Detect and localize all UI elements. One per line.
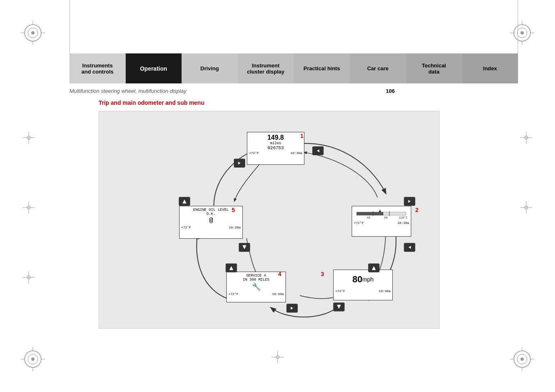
sw-button-s2-bottom bbox=[404, 243, 415, 252]
svg-point-10 bbox=[520, 31, 524, 35]
svg-point-2 bbox=[31, 31, 35, 35]
screen1-bottom: +72°F 10:30a bbox=[247, 150, 304, 156]
nav-item-instrument-cluster[interactable]: Instrumentcluster display bbox=[238, 53, 294, 83]
sw-button-s4-right bbox=[286, 304, 298, 313]
crosshair-left-2 bbox=[23, 201, 35, 214]
screen4-line1: SERVICE A bbox=[228, 274, 284, 278]
screen3-unit: mph bbox=[362, 276, 373, 283]
screen5-icon: 🛢 bbox=[181, 217, 241, 225]
nav-item-technical-data[interactable]: Technicaldata bbox=[406, 53, 462, 83]
nav-item-index[interactable]: Index bbox=[462, 53, 518, 83]
divider-right bbox=[518, 0, 518, 53]
page-number: 106 bbox=[386, 88, 395, 94]
svg-text:120°C: 120°C bbox=[399, 216, 408, 219]
screen-1: 149.8 miles 026753 +72°F 10:30a bbox=[247, 132, 304, 165]
sw-button-s3-top bbox=[368, 263, 380, 272]
crosshair-right-1 bbox=[520, 131, 532, 144]
screen1-top-val: 149.8 bbox=[247, 134, 304, 141]
crosshair-bottom-center bbox=[272, 351, 284, 363]
subtitle-text: Multifunction steering wheel, multifunct… bbox=[69, 88, 187, 94]
nav-bar: Instruments and controls Operation Drivi… bbox=[69, 53, 518, 83]
screen3-temp: +72°F bbox=[335, 289, 345, 293]
nav-item-operation[interactable]: Operation bbox=[126, 53, 182, 83]
screen3-speed-container: 80 mph bbox=[334, 270, 392, 288]
screen3-bottom: +72°F 10:30a bbox=[334, 288, 392, 294]
svg-text:40: 40 bbox=[367, 216, 370, 219]
screen5-temp: +72°F bbox=[181, 226, 191, 229]
nav-item-driving[interactable]: Driving bbox=[182, 53, 238, 83]
screen1-number: 1 bbox=[300, 133, 304, 139]
screen2-time: 10:30a bbox=[397, 221, 409, 225]
subtitle-row: Multifunction steering wheel, multifunct… bbox=[69, 88, 518, 94]
screen-3: 80 mph +72°F 10:30a bbox=[333, 270, 393, 300]
screen1-mid-label: miles bbox=[247, 141, 304, 145]
screen3-number: 3 bbox=[321, 271, 324, 277]
screen2-bottom: +72°F 10:30a bbox=[352, 220, 411, 226]
screen4-temp: +72°F bbox=[228, 292, 238, 296]
screen4-icon: 🔧 bbox=[228, 282, 284, 291]
sw-button-s1-left bbox=[234, 159, 245, 168]
svg-point-18 bbox=[31, 357, 35, 361]
corner-decor-bottom-right bbox=[510, 347, 534, 371]
crosshair-right-2 bbox=[520, 201, 532, 214]
sw-button-s2-top bbox=[404, 197, 415, 206]
sw-button-s3-bottom bbox=[333, 302, 345, 311]
sw-button-s4-top bbox=[226, 263, 237, 272]
corner-decor-bottom-left bbox=[21, 347, 45, 371]
sw-button-s5-top bbox=[179, 197, 190, 206]
screen4-number: 4 bbox=[278, 271, 281, 277]
sw-button-s5-bottom bbox=[239, 243, 250, 252]
screen1-time: 10:30a bbox=[290, 151, 302, 155]
sw-button-s1-right bbox=[312, 146, 324, 155]
crosshair-left-1 bbox=[23, 131, 35, 144]
screen5-time: 10:30a bbox=[229, 226, 241, 229]
divider-left bbox=[69, 0, 70, 53]
screen1-mid-val: 026753 bbox=[247, 145, 304, 150]
svg-rect-51 bbox=[357, 212, 383, 215]
svg-point-26 bbox=[520, 357, 524, 361]
diagram-area: 149.8 miles 026753 +72°F 10:30a 1 40 bbox=[99, 111, 440, 329]
screen2-temp: +72°F bbox=[354, 221, 364, 225]
screen4-time: 10:30a bbox=[272, 292, 284, 296]
nav-item-car-care[interactable]: Car care bbox=[350, 53, 406, 83]
corner-decor-top-right bbox=[510, 21, 534, 45]
section-heading: Trip and main odometer and sub menu bbox=[99, 99, 204, 106]
nav-item-practical-hints[interactable]: Practical hints bbox=[294, 53, 350, 83]
screen2-gauge-container: 40 80 120°C bbox=[352, 206, 411, 220]
screen5-bottom: +72°F 10:30a bbox=[180, 225, 242, 230]
screen1-temp: +72°F bbox=[249, 151, 259, 155]
screen3-time: 10:30a bbox=[379, 289, 391, 293]
screen4-content: SERVICE A IN 300 MILES 🔧 bbox=[227, 272, 286, 291]
screen4-line2: IN 300 MILES bbox=[228, 278, 284, 282]
screen3-speed: 80 bbox=[352, 274, 362, 285]
screen2-number: 2 bbox=[415, 207, 419, 213]
screen-4: SERVICE A IN 300 MILES 🔧 +72°F 10:30a bbox=[226, 272, 286, 302]
svg-marker-54 bbox=[379, 210, 381, 212]
crosshair-left-3 bbox=[23, 271, 35, 284]
nav-item-instruments-controls[interactable]: Instruments and controls bbox=[69, 53, 126, 83]
screen2-gauge-svg: 40 80 120°C bbox=[355, 209, 408, 219]
screen5-number: 5 bbox=[232, 207, 235, 213]
screen-2: 40 80 120°C +72°F 10:30a bbox=[352, 206, 411, 237]
corner-decor-top-left bbox=[21, 21, 45, 45]
screen4-bottom: +72°F 10:30a bbox=[227, 291, 286, 297]
svg-text:80: 80 bbox=[384, 216, 387, 219]
